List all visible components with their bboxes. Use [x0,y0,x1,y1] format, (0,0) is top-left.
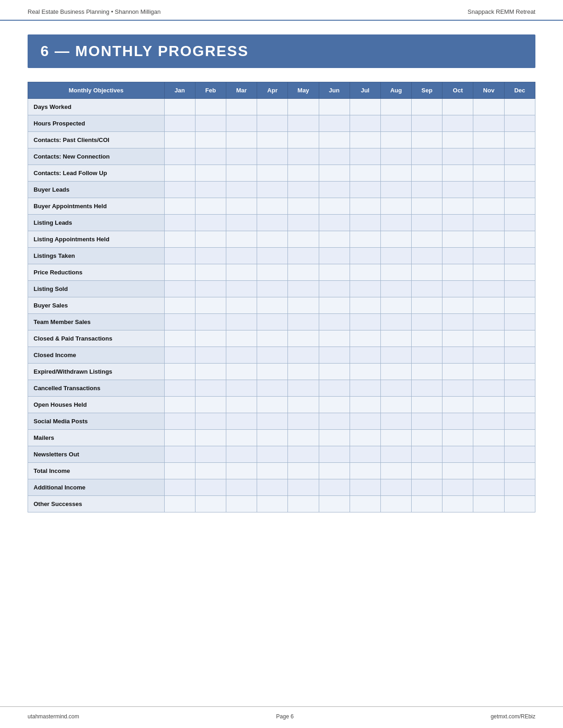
cell-row7-sep[interactable] [412,215,442,231]
cell-row18-oct[interactable] [442,397,473,413]
cell-row17-aug[interactable] [380,380,411,397]
cell-row22-feb[interactable] [195,463,226,479]
cell-row18-apr[interactable] [257,397,288,413]
cell-row3-dec[interactable] [504,148,535,165]
cell-row12-jun[interactable] [319,297,350,314]
cell-row17-jun[interactable] [319,380,350,397]
cell-row11-mar[interactable] [226,281,257,297]
cell-row8-nov[interactable] [473,231,504,248]
cell-row15-oct[interactable] [442,347,473,364]
cell-row9-apr[interactable] [257,248,288,264]
cell-row24-jan[interactable] [164,496,195,512]
cell-row9-sep[interactable] [412,248,442,264]
cell-row11-jun[interactable] [319,281,350,297]
cell-row16-aug[interactable] [380,364,411,380]
cell-row5-jul[interactable] [350,182,380,198]
cell-row17-feb[interactable] [195,380,226,397]
cell-row4-may[interactable] [288,165,319,182]
cell-row7-may[interactable] [288,215,319,231]
cell-row0-jan[interactable] [164,99,195,115]
cell-row5-jun[interactable] [319,182,350,198]
cell-row20-feb[interactable] [195,430,226,446]
cell-row24-nov[interactable] [473,496,504,512]
cell-row21-jun[interactable] [319,446,350,463]
cell-row12-apr[interactable] [257,297,288,314]
cell-row11-aug[interactable] [380,281,411,297]
cell-row24-oct[interactable] [442,496,473,512]
cell-row2-jan[interactable] [164,132,195,148]
cell-row23-apr[interactable] [257,479,288,496]
cell-row22-jun[interactable] [319,463,350,479]
cell-row20-oct[interactable] [442,430,473,446]
cell-row5-aug[interactable] [380,182,411,198]
cell-row1-nov[interactable] [473,115,504,132]
cell-row23-jun[interactable] [319,479,350,496]
cell-row16-jun[interactable] [319,364,350,380]
cell-row5-may[interactable] [288,182,319,198]
cell-row8-jun[interactable] [319,231,350,248]
cell-row9-dec[interactable] [504,248,535,264]
cell-row23-sep[interactable] [412,479,442,496]
cell-row16-jul[interactable] [350,364,380,380]
cell-row19-nov[interactable] [473,413,504,430]
cell-row17-mar[interactable] [226,380,257,397]
cell-row3-mar[interactable] [226,148,257,165]
cell-row20-jun[interactable] [319,430,350,446]
cell-row4-oct[interactable] [442,165,473,182]
cell-row24-may[interactable] [288,496,319,512]
cell-row10-sep[interactable] [412,264,442,281]
cell-row19-sep[interactable] [412,413,442,430]
cell-row14-jun[interactable] [319,330,350,347]
cell-row9-aug[interactable] [380,248,411,264]
cell-row20-jul[interactable] [350,430,380,446]
cell-row4-jan[interactable] [164,165,195,182]
cell-row18-nov[interactable] [473,397,504,413]
cell-row13-may[interactable] [288,314,319,330]
cell-row21-mar[interactable] [226,446,257,463]
cell-row8-dec[interactable] [504,231,535,248]
cell-row12-oct[interactable] [442,297,473,314]
cell-row21-nov[interactable] [473,446,504,463]
cell-row14-dec[interactable] [504,330,535,347]
cell-row13-feb[interactable] [195,314,226,330]
cell-row2-feb[interactable] [195,132,226,148]
cell-row15-nov[interactable] [473,347,504,364]
cell-row0-may[interactable] [288,99,319,115]
cell-row0-feb[interactable] [195,99,226,115]
cell-row6-apr[interactable] [257,198,288,215]
cell-row13-aug[interactable] [380,314,411,330]
cell-row13-jun[interactable] [319,314,350,330]
cell-row16-oct[interactable] [442,364,473,380]
cell-row10-feb[interactable] [195,264,226,281]
cell-row9-jan[interactable] [164,248,195,264]
cell-row3-may[interactable] [288,148,319,165]
cell-row11-jan[interactable] [164,281,195,297]
cell-row17-nov[interactable] [473,380,504,397]
cell-row17-jul[interactable] [350,380,380,397]
cell-row10-aug[interactable] [380,264,411,281]
cell-row7-jul[interactable] [350,215,380,231]
cell-row22-dec[interactable] [504,463,535,479]
cell-row2-jul[interactable] [350,132,380,148]
cell-row22-jul[interactable] [350,463,380,479]
cell-row1-jan[interactable] [164,115,195,132]
cell-row13-apr[interactable] [257,314,288,330]
cell-row19-oct[interactable] [442,413,473,430]
cell-row10-oct[interactable] [442,264,473,281]
cell-row7-oct[interactable] [442,215,473,231]
cell-row5-oct[interactable] [442,182,473,198]
cell-row21-may[interactable] [288,446,319,463]
cell-row16-feb[interactable] [195,364,226,380]
cell-row12-feb[interactable] [195,297,226,314]
cell-row22-jan[interactable] [164,463,195,479]
cell-row14-oct[interactable] [442,330,473,347]
cell-row16-may[interactable] [288,364,319,380]
cell-row21-jul[interactable] [350,446,380,463]
cell-row4-sep[interactable] [412,165,442,182]
cell-row15-jul[interactable] [350,347,380,364]
cell-row5-sep[interactable] [412,182,442,198]
cell-row1-may[interactable] [288,115,319,132]
cell-row11-nov[interactable] [473,281,504,297]
cell-row7-jan[interactable] [164,215,195,231]
cell-row13-oct[interactable] [442,314,473,330]
